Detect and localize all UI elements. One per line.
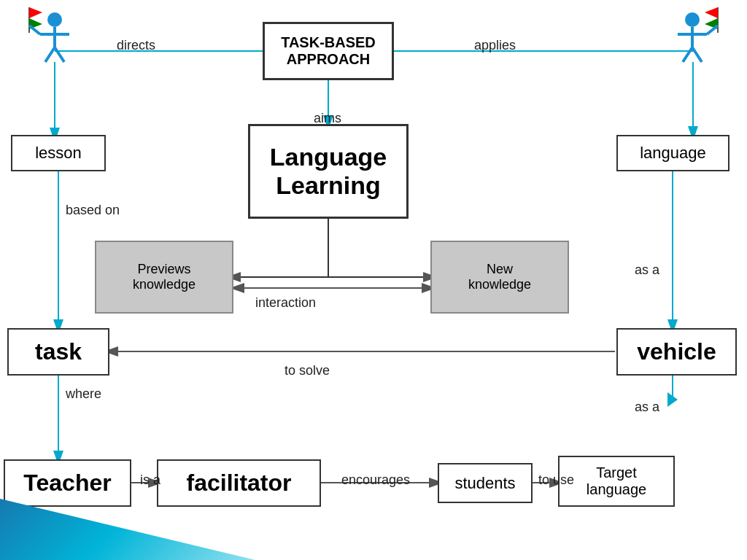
- language-learning-label: Language Learning: [270, 143, 387, 200]
- facilitator-label: facilitator: [186, 470, 291, 497]
- is-a-label: is a: [140, 472, 160, 488]
- language-learning-box: Language Learning: [248, 124, 409, 219]
- task-label: task: [35, 338, 82, 365]
- students-label: students: [454, 474, 515, 493]
- to-solve-label: to solve: [285, 363, 330, 378]
- svg-line-31: [45, 47, 55, 62]
- facilitator-box: facilitator: [157, 459, 321, 507]
- where-label: where: [66, 386, 101, 402]
- svg-marker-35: [705, 7, 718, 18]
- as-a1-label: as a: [635, 262, 659, 278]
- vehicle-box: vehicle: [616, 328, 737, 376]
- based-on-label: based on: [66, 203, 120, 218]
- new-knowledge-label: New knowledge: [468, 262, 531, 292]
- applies-label: applies: [474, 38, 516, 53]
- left-figure-icon: [22, 4, 80, 69]
- svg-point-28: [47, 12, 62, 27]
- new-knowledge-box: New knowledge: [430, 241, 569, 314]
- to-use-label: to use: [538, 472, 574, 488]
- previews-knowledge-box: Previews knowledge: [95, 241, 233, 314]
- svg-marker-26: [29, 7, 42, 18]
- language-label: language: [640, 144, 706, 163]
- lesson-label: lesson: [35, 144, 82, 163]
- vehicle-label: vehicle: [637, 338, 716, 365]
- previews-label: Previews knowledge: [133, 262, 196, 292]
- encourages-label: encourages: [341, 472, 410, 488]
- svg-point-37: [685, 12, 700, 27]
- svg-line-40: [683, 47, 692, 62]
- target-language-label: Target language: [587, 464, 646, 498]
- teacher-label: Teacher: [23, 470, 111, 497]
- svg-line-41: [692, 47, 702, 62]
- interaction-label: interaction: [255, 295, 316, 311]
- svg-line-32: [55, 47, 64, 62]
- task-box: task: [7, 328, 109, 376]
- students-box: students: [438, 463, 533, 503]
- teacher-box: Teacher: [4, 459, 131, 507]
- aims-label: aims: [314, 111, 341, 126]
- as-a2-label: as a: [635, 400, 659, 415]
- task-based-box: TASK-BASED APPROACH: [263, 22, 394, 80]
- directs-label: directs: [117, 38, 155, 53]
- language-box: language: [616, 135, 729, 171]
- target-language-box: Target language: [558, 456, 675, 507]
- right-figure-icon: [667, 4, 725, 69]
- task-based-label: TASK-BASED APPROACH: [281, 34, 376, 68]
- lesson-box: lesson: [11, 135, 106, 171]
